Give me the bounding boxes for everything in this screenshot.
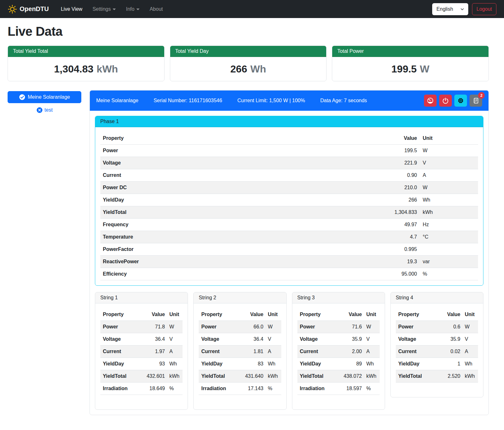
phase-table: Property Value Unit Power 199.5 — [100, 132, 478, 280]
check-circle-icon — [19, 94, 25, 100]
table-row: YieldTotal 1,304.833 kWh — [100, 206, 478, 219]
inverter-select-button[interactable]: Meine Solaranlage — [8, 91, 81, 103]
table-row: Current 1.97 A — [100, 346, 183, 358]
cpu-icon — [457, 97, 464, 104]
table-header-row: Property Value Unit — [100, 132, 478, 145]
summary-card-total-power: Total Power 199.5 W — [332, 46, 489, 81]
table-row: Power 66.0 W — [199, 321, 281, 333]
table-row: Power 199.5 W — [100, 145, 478, 157]
table-row: Current 1.81 A — [199, 346, 281, 358]
event-count-badge: 2 — [478, 92, 485, 99]
limit-settings-button[interactable] — [424, 95, 437, 107]
table-row: YieldTotal 2.520 kWh — [396, 370, 478, 383]
table-row: PowerFactor 0.995 — [100, 243, 478, 256]
inverter-select-label: Meine Solaranlage — [28, 94, 70, 100]
inverter-data-age: Data Age: 7 seconds — [320, 98, 367, 103]
power-icon — [442, 97, 449, 104]
table-row: Irradiation 17.143 % — [199, 383, 281, 395]
table-row: Efficiency 95.000 % — [100, 268, 478, 280]
nav-settings[interactable]: Settings — [89, 4, 120, 15]
brand: OpenDTU — [8, 4, 49, 14]
test-link-label: test — [45, 107, 53, 113]
summary-cards: Total Yield Total 1,304.83 kWh Total Yie… — [8, 46, 489, 81]
summary-card-title: Total Power — [332, 46, 488, 57]
sun-logo-icon — [8, 4, 17, 14]
speedometer-icon — [427, 97, 434, 104]
language-select[interactable]: English — [432, 3, 468, 15]
inverter-header: Meine Solaranlage Serial Number: 1161716… — [90, 90, 488, 111]
string-title: String 3 — [292, 292, 385, 303]
table-row: YieldTotal 438.072 kWh — [297, 370, 380, 383]
summary-card-total-yield-total: Total Yield Total 1,304.83 kWh — [8, 46, 165, 81]
nav-live-view[interactable]: Live View — [57, 4, 86, 15]
test-link[interactable]: test — [36, 107, 53, 113]
table-row: Irradiation 18.649 % — [100, 383, 183, 395]
table-row: YieldTotal 432.601 kWh — [100, 370, 183, 383]
summary-card-title: Total Yield Day — [170, 46, 327, 57]
string-table: Property Value Unit Power 71. — [297, 308, 380, 395]
nav-about[interactable]: About — [146, 4, 167, 15]
table-row: Voltage 36.4 V — [100, 333, 183, 346]
table-row: Voltage 35.9 V — [396, 333, 478, 346]
table-row: Voltage 221.9 V — [100, 157, 478, 169]
caret-down-icon — [136, 9, 140, 10]
string-table: Property Value Unit Power 71. — [100, 308, 183, 395]
device-info-button[interactable] — [454, 95, 467, 107]
language-value: English — [437, 6, 453, 12]
inverter-limit: Current Limit: 1,500 W | 100% — [237, 98, 305, 103]
phase-title: Phase 1 — [95, 116, 483, 127]
table-row: YieldDay 1 Wh — [396, 358, 478, 370]
table-row: Power 0.6 W — [396, 321, 478, 333]
summary-value: 266 — [230, 63, 247, 75]
table-row: Irradiation 18.597 % — [297, 383, 380, 395]
table-row: Current 2.00 A — [297, 346, 380, 358]
table-row: Power 71.6 W — [297, 321, 380, 333]
summary-card-title: Total Yield Total — [8, 46, 164, 57]
string-title: String 4 — [391, 292, 483, 303]
table-row: Temperature 4.7 °C — [100, 231, 478, 243]
brand-label: OpenDTU — [20, 5, 49, 13]
inverter-serial: Serial Number: 116171603546 — [153, 98, 222, 103]
table-row: Power 71.8 W — [100, 321, 183, 333]
table-row: Current 0.02 A — [396, 346, 478, 358]
table-header-row: Property Value Unit — [199, 308, 281, 321]
table-header-row: Property Value Unit — [297, 308, 380, 321]
string-table: Property Value Unit Power 66. — [199, 308, 281, 395]
table-row: Voltage 36.4 V — [199, 333, 281, 346]
summary-card-total-yield-day: Total Yield Day 266 Wh — [170, 46, 327, 81]
power-button[interactable] — [439, 95, 452, 107]
logout-button[interactable]: Logout — [472, 3, 496, 15]
table-row: Power DC 210.0 W — [100, 182, 478, 194]
page-title: Live Data — [8, 24, 489, 39]
table-header-row: Property Value Unit — [396, 308, 478, 321]
caret-down-icon — [113, 9, 116, 10]
table-row: YieldTotal 431.640 kWh — [199, 370, 281, 383]
table-header-row: Property Value Unit — [100, 308, 183, 321]
table-row: Frequency 49.97 Hz — [100, 219, 478, 231]
table-row: YieldDay 83 Wh — [199, 358, 281, 370]
table-row: YieldDay 266 Wh — [100, 194, 478, 206]
inverter-card: Meine Solaranlage Serial Number: 1161716… — [90, 90, 489, 415]
inverter-sidebar: Meine Solaranlage test — [8, 90, 81, 113]
table-row: Current 0.90 A — [100, 169, 478, 182]
string-card-4: String 4 Property Value Unit — [390, 292, 483, 397]
phase-panel: Phase 1 Property Value Unit — [95, 116, 483, 286]
string-card-3: String 3 Property Value Unit — [292, 292, 385, 410]
summary-unit: kWh — [96, 63, 118, 75]
summary-unit: W — [420, 63, 429, 75]
journal-icon — [472, 97, 479, 104]
x-circle-icon — [36, 107, 43, 113]
table-row: YieldDay 93 Wh — [100, 358, 183, 370]
summary-value: 199.5 — [391, 63, 417, 75]
nav-info[interactable]: Info — [122, 4, 143, 15]
strings-row: String 1 Property Value Unit — [95, 292, 483, 410]
string-card-1: String 1 Property Value Unit — [95, 292, 188, 410]
event-log-button[interactable]: 2 — [470, 95, 482, 107]
table-row: Voltage 35.9 V — [297, 333, 380, 346]
inverter-name: Meine Solaranlage — [96, 98, 138, 103]
string-title: String 2 — [194, 292, 286, 303]
summary-value: 1,304.83 — [54, 63, 94, 75]
string-card-2: String 2 Property Value Unit — [193, 292, 286, 410]
table-row: YieldDay 89 Wh — [297, 358, 380, 370]
string-table: Property Value Unit Power 0.6 — [396, 308, 478, 383]
